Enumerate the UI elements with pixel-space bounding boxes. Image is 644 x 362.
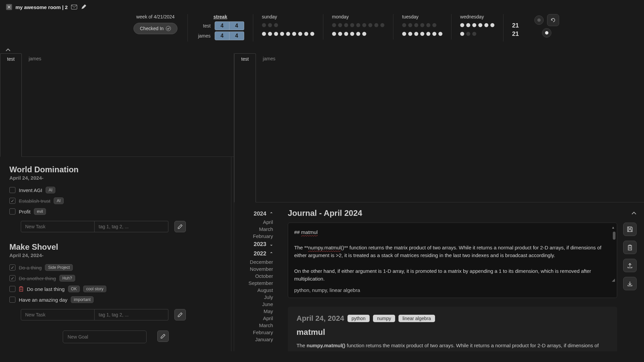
streak-dot bbox=[414, 23, 418, 27]
task-checkbox[interactable] bbox=[9, 264, 15, 270]
streak-dot bbox=[338, 32, 342, 36]
edit-goal-button[interactable] bbox=[174, 309, 186, 320]
close-room-button[interactable] bbox=[6, 4, 12, 10]
tab-left-test[interactable]: test bbox=[0, 53, 22, 157]
streak-total-test: 21 bbox=[512, 22, 519, 29]
mail-icon[interactable] bbox=[71, 4, 77, 10]
chevron-up-icon: ⌃ bbox=[270, 212, 273, 216]
streak-dot bbox=[262, 23, 266, 27]
download-entry-button[interactable] bbox=[623, 277, 637, 290]
collapse-journal-button[interactable] bbox=[631, 212, 637, 215]
entry-tag[interactable]: linear algebra bbox=[398, 315, 435, 322]
checked-in-pill[interactable]: Checked In bbox=[133, 23, 177, 34]
streak-dot bbox=[420, 32, 424, 36]
month-item[interactable]: April bbox=[239, 315, 273, 322]
task-tag[interactable]: AI bbox=[46, 187, 55, 193]
task-checkbox[interactable] bbox=[9, 275, 15, 281]
edit-goal-button[interactable] bbox=[174, 221, 186, 232]
entry-tag[interactable]: numpy bbox=[373, 315, 395, 322]
export-entry-button[interactable] bbox=[623, 259, 637, 272]
resize-handle-icon[interactable]: ◢ bbox=[612, 278, 615, 282]
month-item[interactable]: March bbox=[239, 322, 273, 329]
editor-scroll-arrows[interactable]: ▲ bbox=[611, 226, 615, 229]
task-text[interactable]: Establish trust bbox=[19, 198, 50, 204]
task-checkbox[interactable] bbox=[9, 286, 15, 292]
new-task-input[interactable] bbox=[21, 309, 95, 320]
view-toggle-2[interactable] bbox=[542, 28, 551, 38]
editor-tags-line[interactable]: python, numpy, linear algebra bbox=[294, 287, 611, 293]
trash-icon bbox=[627, 244, 633, 250]
collapse-streak-button[interactable] bbox=[0, 48, 644, 53]
task-checkbox[interactable] bbox=[9, 297, 15, 303]
streak-dot bbox=[426, 23, 430, 27]
month-item[interactable]: February bbox=[239, 233, 273, 240]
entry-tag[interactable]: python bbox=[347, 315, 370, 322]
editor-scrollbar[interactable] bbox=[613, 232, 615, 240]
month-item[interactable]: October bbox=[239, 273, 273, 280]
new-task-input[interactable] bbox=[21, 221, 95, 232]
month-item[interactable]: August bbox=[239, 287, 273, 294]
goal-title: Make Shovel bbox=[9, 242, 222, 252]
journal-editor[interactable]: ▲ ## matmul The **numpy.matmul()** funct… bbox=[288, 223, 617, 298]
tab-right-test[interactable]: test bbox=[234, 53, 256, 202]
task-text[interactable]: Do one last thing bbox=[27, 286, 65, 292]
edit-goals-button[interactable] bbox=[157, 330, 169, 342]
year-toggle[interactable]: 2022⌃ bbox=[239, 249, 273, 258]
month-item[interactable]: July bbox=[239, 294, 273, 301]
streak-dot bbox=[356, 23, 360, 27]
month-item[interactable]: December bbox=[239, 258, 273, 265]
month-item[interactable]: May bbox=[239, 308, 273, 315]
month-item[interactable]: February bbox=[239, 329, 273, 336]
delete-task-icon[interactable] bbox=[19, 286, 23, 292]
task-tag[interactable]: OK bbox=[68, 286, 80, 292]
edit-room-icon[interactable] bbox=[80, 4, 87, 10]
tab-right-james[interactable]: james bbox=[256, 53, 282, 202]
task-row: Do a thingSide Project bbox=[9, 262, 222, 273]
task-checkbox[interactable] bbox=[9, 208, 15, 215]
new-task-tags-input[interactable] bbox=[95, 221, 168, 232]
view-toggle-1[interactable] bbox=[534, 15, 544, 25]
task-text[interactable]: Profit bbox=[19, 209, 31, 215]
task-text[interactable]: Do a thing bbox=[19, 265, 42, 270]
week-label: week of 4/21/2024 bbox=[136, 14, 174, 19]
streak-dot bbox=[460, 23, 464, 27]
task-tag[interactable]: AI bbox=[54, 197, 63, 204]
task-text[interactable]: Invent AGI bbox=[19, 187, 42, 193]
month-item[interactable]: April bbox=[239, 219, 273, 226]
month-item[interactable]: June bbox=[239, 301, 273, 308]
streak-dot bbox=[472, 23, 476, 27]
task-checkbox[interactable] bbox=[9, 198, 15, 204]
entry-paragraph: The numpy.matmul() function returns the … bbox=[297, 342, 608, 351]
delete-entry-button[interactable] bbox=[623, 241, 637, 254]
task-text[interactable]: Have an amazing day bbox=[19, 297, 67, 303]
month-item[interactable]: November bbox=[239, 265, 273, 273]
year-toggle[interactable]: 2023⌄ bbox=[239, 240, 273, 249]
new-goal-input[interactable] bbox=[63, 330, 147, 343]
task-tag[interactable]: important bbox=[71, 296, 94, 303]
streak-dot bbox=[304, 32, 308, 36]
save-entry-button[interactable] bbox=[623, 223, 637, 236]
task-tag[interactable]: Side Project bbox=[45, 264, 73, 271]
streak-dot bbox=[344, 23, 348, 27]
streak-dot bbox=[268, 23, 272, 27]
task-tag[interactable]: Huh? bbox=[59, 275, 75, 282]
undo-button[interactable] bbox=[547, 14, 559, 26]
streak-dot bbox=[332, 23, 336, 27]
new-task-tags-input[interactable] bbox=[95, 309, 168, 320]
month-item[interactable]: March bbox=[239, 226, 273, 233]
task-tag[interactable]: evil bbox=[34, 208, 46, 215]
journal-entry: April 24, 2024 python numpy linear algeb… bbox=[288, 307, 617, 351]
goal-date: April 24, 2024- bbox=[9, 175, 222, 181]
month-item[interactable]: September bbox=[239, 280, 273, 287]
task-tag[interactable]: cool story bbox=[83, 286, 106, 292]
streak-dot bbox=[368, 23, 372, 27]
streak-box: 4 bbox=[229, 21, 244, 30]
task-text[interactable]: Do another thing bbox=[19, 276, 56, 281]
streak-dot bbox=[350, 23, 354, 27]
task-checkbox[interactable] bbox=[9, 187, 15, 193]
month-item[interactable]: January bbox=[239, 336, 273, 343]
year-toggle[interactable]: 2024⌃ bbox=[239, 209, 273, 219]
journal-title: Journal - April 2024 bbox=[288, 208, 362, 218]
tab-left-james[interactable]: james bbox=[22, 53, 48, 157]
streak-dots-row bbox=[332, 31, 384, 37]
